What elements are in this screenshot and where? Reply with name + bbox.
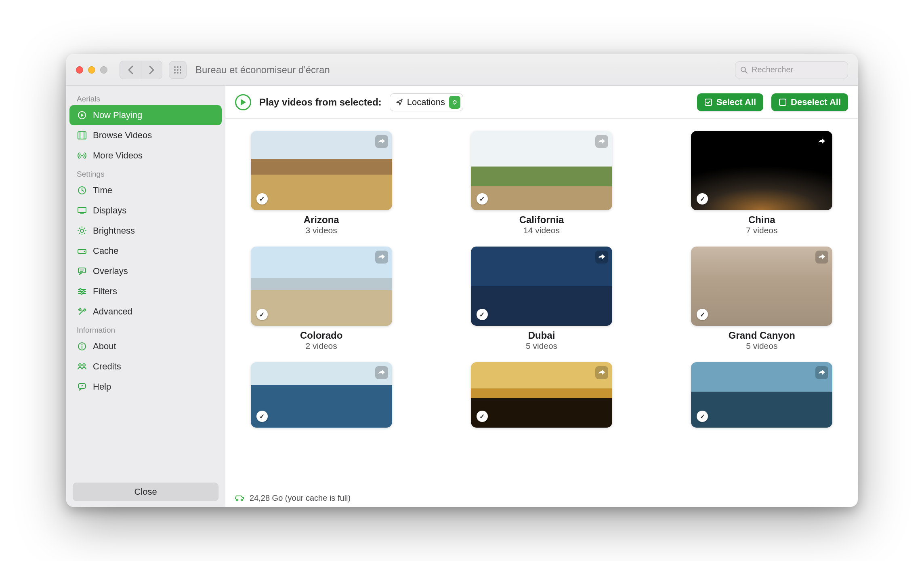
svg-point-19 bbox=[80, 229, 84, 232]
sidebar-item-label: Brightness bbox=[93, 226, 135, 236]
titlebar: Bureau et économiseur d'écran Rechercher bbox=[66, 54, 858, 86]
zoom-window-button[interactable] bbox=[100, 66, 107, 74]
location-card[interactable]: ✓California14 videos bbox=[462, 131, 621, 235]
share-icon[interactable] bbox=[815, 366, 828, 379]
show-all-prefs-button[interactable] bbox=[169, 61, 187, 79]
toolbar: Play videos from selected: Locations Sel… bbox=[225, 86, 858, 119]
share-icon[interactable] bbox=[375, 251, 388, 264]
location-thumbnail[interactable]: ✓ bbox=[251, 131, 392, 210]
minimize-window-button[interactable] bbox=[88, 66, 95, 74]
sidebar-item-help[interactable]: ? Help bbox=[69, 377, 222, 397]
sidebar-item-displays[interactable]: Displays bbox=[69, 200, 222, 221]
sidebar-item-overlays[interactable]: Overlays bbox=[69, 261, 222, 281]
selected-check-icon[interactable]: ✓ bbox=[256, 411, 268, 422]
location-card[interactable]: ✓Dubai5 videos bbox=[462, 247, 621, 351]
checkbox-empty-icon bbox=[779, 98, 787, 106]
selected-check-icon[interactable]: ✓ bbox=[256, 193, 268, 205]
selected-check-icon[interactable]: ✓ bbox=[697, 193, 708, 205]
share-icon[interactable] bbox=[375, 135, 388, 148]
location-card[interactable]: ✓ bbox=[682, 362, 842, 428]
close-button[interactable]: Close bbox=[73, 483, 218, 501]
location-card[interactable]: ✓Arizona3 videos bbox=[242, 131, 401, 235]
location-title: Colorado bbox=[300, 330, 342, 341]
sidebar-item-about[interactable]: About bbox=[69, 336, 222, 356]
location-thumbnail[interactable]: ✓ bbox=[691, 362, 832, 428]
sliders-icon bbox=[77, 287, 87, 295]
deselect-all-label: Deselect All bbox=[791, 97, 841, 108]
svg-line-27 bbox=[84, 228, 85, 229]
svg-point-37 bbox=[83, 291, 84, 292]
selected-check-icon[interactable]: ✓ bbox=[697, 411, 708, 422]
search-placeholder: Rechercher bbox=[752, 65, 793, 74]
svg-rect-12 bbox=[78, 132, 86, 139]
location-thumbnail[interactable]: ✓ bbox=[251, 247, 392, 326]
sidebar-item-time[interactable]: Time bbox=[69, 180, 222, 200]
location-thumbnail[interactable]: ✓ bbox=[471, 362, 612, 428]
search-field[interactable]: Rechercher bbox=[735, 61, 848, 78]
sidebar-item-filters[interactable]: Filters bbox=[69, 281, 222, 302]
sidebar-item-brightness[interactable]: Brightness bbox=[69, 221, 222, 241]
location-title: California bbox=[519, 214, 564, 226]
location-thumbnail[interactable]: ✓ bbox=[471, 131, 612, 210]
mode-select-value: Locations bbox=[407, 97, 445, 108]
sidebar-item-more-videos[interactable]: More Videos bbox=[69, 146, 222, 166]
stepper-icon bbox=[449, 96, 460, 109]
location-thumbnail[interactable]: ✓ bbox=[251, 362, 392, 428]
display-icon bbox=[77, 207, 87, 215]
sidebar-item-now-playing[interactable]: Now Playing bbox=[69, 105, 222, 125]
location-arrow-icon bbox=[396, 99, 403, 106]
share-icon[interactable] bbox=[595, 251, 608, 264]
share-icon[interactable] bbox=[375, 366, 388, 379]
sidebar-item-label: Cache bbox=[93, 246, 119, 256]
svg-point-49 bbox=[241, 499, 243, 501]
svg-point-0 bbox=[174, 66, 176, 68]
share-icon[interactable] bbox=[595, 135, 608, 148]
mode-select[interactable]: Locations bbox=[390, 93, 463, 111]
sidebar-item-credits[interactable]: Credits bbox=[69, 356, 222, 377]
location-card[interactable]: ✓China7 videos bbox=[682, 131, 842, 235]
selected-check-icon[interactable]: ✓ bbox=[477, 193, 488, 205]
svg-point-38 bbox=[81, 293, 82, 294]
section-aerials: Aerials bbox=[69, 91, 222, 105]
window-controls bbox=[76, 66, 107, 74]
sidebar-item-advanced[interactable]: Advanced bbox=[69, 302, 222, 322]
svg-point-5 bbox=[180, 69, 181, 71]
nav-back-button[interactable] bbox=[120, 61, 141, 79]
sidebar-item-browse-videos[interactable]: Browse Videos bbox=[69, 125, 222, 146]
window-title: Bureau et économiseur d'écran bbox=[195, 64, 330, 76]
preferences-window: Bureau et économiseur d'écran Rechercher… bbox=[66, 54, 858, 507]
location-card[interactable]: ✓ bbox=[462, 362, 621, 428]
deselect-all-button[interactable]: Deselect All bbox=[771, 93, 848, 111]
section-settings: Settings bbox=[69, 166, 222, 180]
location-card[interactable]: ✓ bbox=[242, 362, 401, 428]
selected-check-icon[interactable]: ✓ bbox=[256, 309, 268, 320]
car-icon bbox=[234, 494, 245, 502]
antenna-icon bbox=[77, 152, 87, 160]
location-thumbnail[interactable]: ✓ bbox=[471, 247, 612, 326]
nav-forward-button[interactable] bbox=[141, 61, 162, 79]
location-thumbnail[interactable]: ✓ bbox=[691, 131, 832, 210]
svg-rect-47 bbox=[779, 99, 786, 105]
location-card[interactable]: ✓Colorado2 videos bbox=[242, 247, 401, 351]
location-thumbnail[interactable]: ✓ bbox=[691, 247, 832, 326]
location-title: Grand Canyon bbox=[729, 330, 795, 341]
share-icon[interactable] bbox=[815, 251, 828, 264]
play-circle-icon bbox=[77, 111, 87, 120]
select-all-label: Select All bbox=[716, 97, 756, 108]
share-icon[interactable] bbox=[815, 135, 828, 148]
location-subtitle: 14 videos bbox=[523, 226, 560, 235]
sidebar-item-label: Time bbox=[93, 185, 112, 196]
svg-point-6 bbox=[174, 72, 176, 74]
svg-point-1 bbox=[177, 66, 178, 68]
select-all-button[interactable]: Select All bbox=[697, 93, 763, 111]
share-icon[interactable] bbox=[595, 366, 608, 379]
selected-check-icon[interactable]: ✓ bbox=[697, 309, 708, 320]
sidebar-item-cache[interactable]: Cache bbox=[69, 241, 222, 261]
selected-check-icon[interactable]: ✓ bbox=[477, 309, 488, 320]
main-panel: Play videos from selected: Locations Sel… bbox=[225, 86, 858, 507]
selected-check-icon[interactable]: ✓ bbox=[477, 411, 488, 422]
svg-line-10 bbox=[745, 71, 747, 73]
close-window-button[interactable] bbox=[76, 66, 83, 74]
location-card[interactable]: ✓Grand Canyon5 videos bbox=[682, 247, 842, 351]
drive-icon bbox=[77, 247, 87, 255]
